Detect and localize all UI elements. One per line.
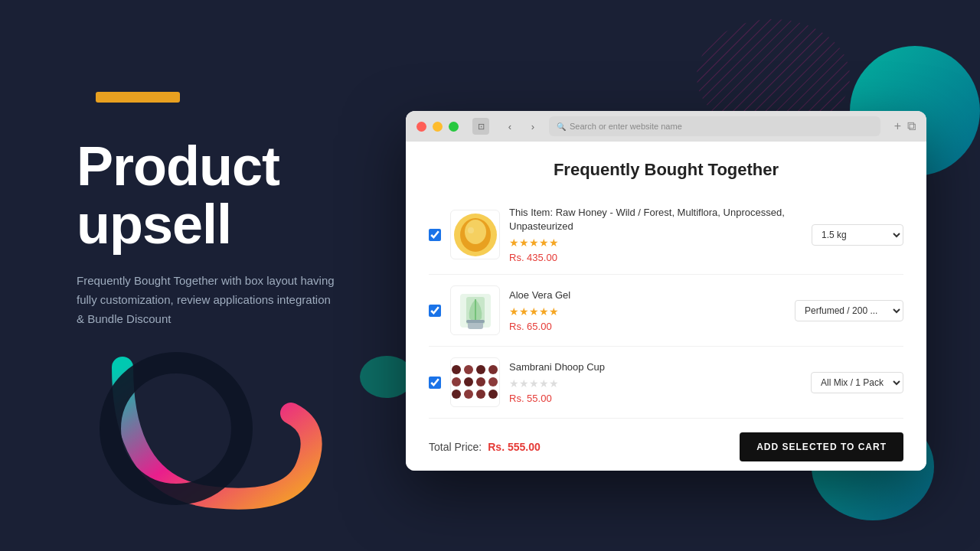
product-name-dhoop: Sambrani Dhoop Cup (509, 360, 802, 374)
total-price: Rs. 555.00 (488, 441, 541, 453)
product-variant-honey[interactable]: 1.5 kg 500g 250g (812, 224, 903, 246)
back-btn[interactable]: ‹ (500, 116, 520, 136)
new-tab-icon[interactable]: + (894, 119, 901, 133)
product-stars-honey: ★★★★★ (509, 236, 802, 249)
browser-content: Frequently Bought Together This Item: Ra… (406, 142, 926, 471)
traffic-light-red[interactable] (416, 122, 426, 132)
product-image-dhoop (450, 357, 500, 407)
deco-squiggle-bottom-left (77, 352, 352, 528)
product-price-dhoop: Rs. 55.00 (509, 393, 802, 404)
traffic-light-yellow[interactable] (433, 122, 443, 132)
product-row: Sambrani Dhoop Cup ★★★★★ Rs. 55.00 All M… (429, 347, 903, 419)
product-price-aloe: Rs. 65.00 (509, 321, 786, 332)
total-label: Total Price: (429, 441, 482, 453)
product-stars-aloe: ★★★★★ (509, 305, 786, 318)
product-checkbox-dhoop[interactable] (429, 377, 441, 389)
product-name-aloe: Aloe Vera Gel (509, 289, 786, 302)
product-info-aloe: Aloe Vera Gel ★★★★★ Rs. 65.00 (509, 289, 786, 332)
address-bar-text: Search or enter website name (570, 122, 682, 131)
product-row: Aloe Vera Gel ★★★★★ Rs. 65.00 Perfumed /… (429, 275, 903, 347)
product-image-honey (450, 210, 500, 259)
browser-titlebar: ⊡ ‹ › 🔍 Search or enter website name + ⧉ (406, 111, 926, 142)
product-row: This Item: Raw Honey - Wild / Forest, Mu… (429, 195, 903, 275)
left-panel: Product upsell Frequently Bought Togethe… (77, 138, 383, 328)
sidebar-toggle-btn[interactable]: ⊡ (472, 118, 489, 135)
address-bar-actions: + ⧉ (894, 119, 916, 133)
product-stars-dhoop: ★★★★★ (509, 377, 802, 390)
product-variant-dhoop[interactable]: All Mix / 1 Pack Single / 1 Pack (811, 372, 903, 393)
product-variant-aloe[interactable]: Perfumed / 200 ... Unscented / 200 ml (795, 300, 903, 321)
nav-buttons: ‹ › (500, 116, 543, 136)
browser-window: ⊡ ‹ › 🔍 Search or enter website name + ⧉… (406, 111, 926, 471)
share-icon[interactable]: ⧉ (907, 119, 916, 133)
forward-btn[interactable]: › (523, 116, 543, 136)
product-image-aloe (450, 285, 500, 335)
deco-orange-bar (96, 92, 180, 103)
svg-rect-9 (466, 320, 485, 323)
product-checkbox-aloe[interactable] (429, 305, 441, 317)
address-bar[interactable]: 🔍 Search or enter website name (549, 116, 880, 136)
product-checkbox-honey[interactable] (429, 229, 441, 241)
honey-image-svg (452, 212, 498, 258)
product-price-honey: Rs. 435.00 (509, 252, 802, 263)
product-list: This Item: Raw Honey - Wild / Forest, Mu… (429, 195, 903, 419)
subtitle-text: Frequently Bought Together with box layo… (77, 272, 337, 328)
product-info-dhoop: Sambrani Dhoop Cup ★★★★★ Rs. 55.00 (509, 360, 802, 404)
add-to-cart-button[interactable]: ADD SELECTED TO CART (740, 432, 903, 461)
traffic-light-green[interactable] (449, 122, 459, 132)
product-info-honey: This Item: Raw Honey - Wild / Forest, Mu… (509, 206, 802, 263)
main-title: Product upsell (77, 138, 383, 253)
svg-point-5 (468, 227, 474, 233)
fbt-section-title: Frequently Bought Together (429, 160, 903, 180)
total-row: Total Price: Rs. 555.00 ADD SELECTED TO … (429, 419, 903, 465)
svg-point-4 (465, 220, 486, 244)
aloe-image-svg (452, 288, 498, 334)
deco-dark-circle (100, 352, 253, 505)
product-name-honey: This Item: Raw Honey - Wild / Forest, Mu… (509, 206, 802, 233)
